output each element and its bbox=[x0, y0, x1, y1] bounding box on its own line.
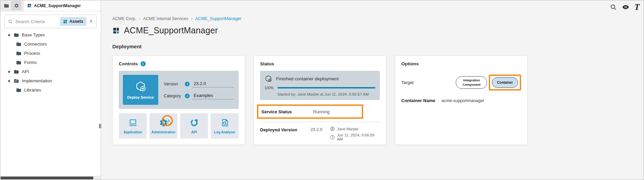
category-field[interactable]: Examples bbox=[192, 93, 234, 99]
log-analyzer-tile[interactable]: Log Analyzer bbox=[211, 113, 239, 138]
eye-icon[interactable] bbox=[622, 3, 629, 11]
close-icon[interactable] bbox=[89, 18, 93, 24]
asset-type-icon bbox=[27, 3, 32, 8]
target-row: Target Integration Component Container bbox=[401, 75, 521, 91]
deployment-status-panel: Finished container deployment 100% Start… bbox=[260, 71, 380, 100]
application-tile[interactable]: Application bbox=[119, 113, 147, 138]
tree-item-label: Connectors bbox=[24, 42, 47, 47]
tree-item-libraries[interactable]: Libraries bbox=[0, 85, 101, 95]
progress-bar bbox=[277, 87, 375, 88]
asset-tree: Base Types Connectors Process Forms API bbox=[0, 30, 101, 95]
assets-filter-chip[interactable]: Assets bbox=[60, 17, 86, 26]
tree-item-implementation[interactable]: Implementation bbox=[0, 76, 101, 85]
card-title: Status bbox=[260, 61, 274, 66]
status-card: Status Finished container deployment 100… bbox=[254, 55, 386, 145]
divider bbox=[260, 122, 380, 122]
horizontal-scrollbar[interactable] bbox=[0, 176, 101, 180]
clock-icon bbox=[330, 135, 335, 140]
tile-label: Log Analyzer bbox=[214, 130, 235, 134]
container-package-icon bbox=[264, 75, 272, 83]
tree-item-label: API bbox=[22, 69, 29, 74]
folder-icon bbox=[14, 69, 19, 75]
tree-item-label: Forms bbox=[24, 60, 37, 65]
tree-item-label: Process bbox=[24, 51, 40, 56]
deployed-version-label: Deployed Version bbox=[260, 126, 310, 132]
sidebar-topbar: ACME_SupportManager bbox=[0, 0, 101, 11]
page-content: ACME Corp. ACME Internal Services ACME_S… bbox=[101, 0, 644, 145]
search-input[interactable] bbox=[15, 19, 58, 24]
info-icon[interactable] bbox=[185, 94, 190, 98]
folder-icon bbox=[16, 51, 21, 56]
folder-icon[interactable] bbox=[4, 3, 9, 9]
page-title: ACME_SupportManager bbox=[124, 26, 218, 35]
container-name-row: Container Name acme-supportmanager bbox=[401, 98, 521, 103]
card-title: Controls bbox=[119, 61, 138, 66]
section-heading: Deployment bbox=[112, 44, 644, 49]
tree-item-label: Libraries bbox=[24, 87, 41, 93]
started-by-text: Started by: Jane Marple at Jun 11, 2024,… bbox=[264, 92, 375, 96]
plus-expander-icon[interactable] bbox=[7, 78, 11, 84]
breadcrumb-item[interactable]: ACME Internal Services bbox=[143, 16, 189, 21]
scrollbar-thumb[interactable] bbox=[1, 177, 93, 179]
tree-item-process[interactable]: Process bbox=[0, 49, 101, 58]
target-label: Target bbox=[401, 80, 438, 85]
options-card: Options Target Integration Component Con… bbox=[395, 55, 528, 145]
tree-item-forms[interactable]: Forms bbox=[0, 58, 101, 67]
assets-icon bbox=[63, 19, 67, 24]
panel-resize-grip[interactable] bbox=[99, 124, 101, 128]
implementation-folder-icon bbox=[14, 78, 19, 84]
service-status-value: Running bbox=[313, 109, 329, 114]
chevron-right-icon bbox=[139, 16, 140, 21]
target-option-integration-component[interactable]: Integration Component bbox=[456, 76, 487, 89]
breadcrumb: ACME Corp. ACME Internal Services ACME_S… bbox=[112, 16, 644, 21]
assets-label: Assets bbox=[69, 19, 83, 24]
annotation-box-container: Container bbox=[489, 75, 521, 91]
project-icon bbox=[112, 27, 120, 34]
gear-button[interactable] bbox=[12, 1, 21, 10]
plus-expander-icon[interactable] bbox=[7, 32, 11, 38]
deployed-time: Jun 11, 2024, 9:56:09 AM bbox=[337, 133, 380, 141]
application-icon bbox=[128, 118, 138, 127]
user-icon bbox=[330, 126, 335, 131]
folder-icon bbox=[16, 42, 21, 47]
app-window: ACME_SupportManager Assets Base Types bbox=[0, 0, 644, 180]
version-label: Version bbox=[164, 82, 182, 86]
api-tile[interactable]: API bbox=[180, 113, 208, 138]
container-name-value: acme-supportmanager bbox=[441, 98, 484, 103]
tree-item-label: Implementation bbox=[22, 78, 52, 83]
deployment-cards: Controls Deploy Service Version bbox=[112, 55, 644, 145]
tile-label: API bbox=[191, 130, 197, 134]
breadcrumb-item[interactable]: ACME Corp. bbox=[112, 16, 136, 21]
annotation-box-service-status: Service Status Running bbox=[257, 104, 363, 119]
info-icon[interactable] bbox=[185, 82, 190, 86]
folder-icon bbox=[14, 32, 19, 38]
search-icon bbox=[8, 19, 13, 24]
administration-tile[interactable]: Administration bbox=[149, 113, 177, 138]
sidebar: ACME_SupportManager Assets Base Types bbox=[0, 0, 101, 180]
deploy-service-button[interactable]: Deploy Service bbox=[123, 75, 158, 105]
log-analyzer-icon bbox=[220, 118, 229, 127]
search-icon[interactable] bbox=[610, 4, 617, 11]
deploy-form: Version 23.2.0 Category Examples bbox=[164, 75, 235, 105]
tree-item-label: Base Types bbox=[22, 32, 45, 37]
version-field[interactable]: 23.2.0 bbox=[192, 81, 234, 87]
deployed-by-name: Jane Marple bbox=[337, 127, 358, 131]
info-icon[interactable] bbox=[141, 61, 146, 66]
breadcrumb-item-current[interactable]: ACME_SupportManager bbox=[195, 16, 242, 21]
target-option-container-selected[interactable]: Container bbox=[492, 77, 518, 88]
progress-percent: 100% bbox=[264, 86, 275, 90]
tree-item-api[interactable]: API bbox=[0, 67, 101, 76]
tree-item-base-types[interactable]: Base Types bbox=[0, 30, 101, 39]
deployed-version-value: 23.2.0 bbox=[310, 126, 330, 132]
sidebar-tab[interactable]: ACME_SupportManager bbox=[24, 0, 101, 11]
product-logo: T bbox=[634, 3, 640, 11]
main-area: T ACME Corp. ACME Internal Services ACME… bbox=[101, 0, 644, 180]
plus-expander-icon[interactable] bbox=[7, 69, 11, 75]
tree-item-connectors[interactable]: Connectors bbox=[0, 39, 101, 49]
container-name-label: Container Name bbox=[401, 98, 441, 103]
folder-icon bbox=[16, 87, 21, 93]
tile-label: Administration bbox=[151, 130, 176, 134]
controls-card: Controls Deploy Service Version bbox=[112, 55, 245, 145]
tile-label: Application bbox=[124, 130, 142, 134]
deploy-service-label: Deploy Service bbox=[127, 95, 154, 99]
